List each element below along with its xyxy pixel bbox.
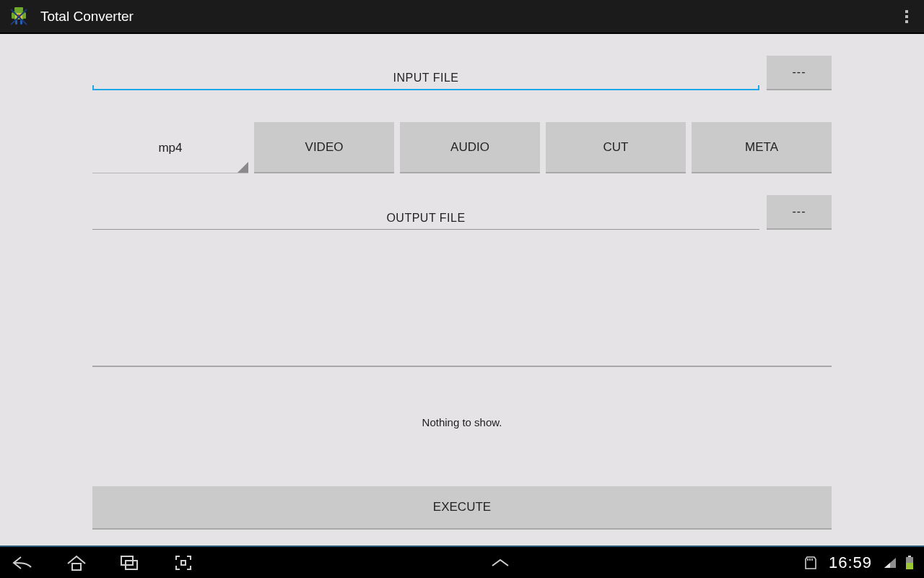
output-file-row: OUTPUT FILE --- — [92, 195, 832, 230]
screen: Total Converter INPUT FILE --- mp4 VIDEO… — [0, 0, 924, 578]
action-bar: Total Converter — [0, 0, 924, 34]
divider — [92, 366, 832, 367]
format-spinner-value: mp4 — [158, 141, 182, 155]
svg-rect-21 — [906, 563, 913, 569]
recent-apps-icon[interactable] — [116, 552, 144, 574]
status-text: Nothing to show. — [92, 416, 832, 428]
overflow-menu-icon[interactable] — [895, 5, 918, 28]
svg-rect-13 — [181, 561, 186, 565]
signal-icon — [882, 552, 898, 574]
svg-rect-0 — [14, 7, 23, 11]
format-tabs-row: mp4 VIDEO AUDIO CUT META — [92, 122, 832, 173]
cut-tab-button[interactable]: CUT — [546, 122, 686, 173]
audio-tab-button[interactable]: AUDIO — [400, 122, 540, 173]
svg-rect-5 — [24, 12, 26, 19]
execute-button[interactable]: EXECUTE — [92, 486, 832, 530]
output-file-field[interactable]: OUTPUT FILE — [92, 212, 759, 230]
app-title: Total Converter — [40, 9, 134, 25]
app-icon — [7, 5, 30, 28]
dropdown-indicator-icon — [237, 162, 248, 173]
svg-rect-4 — [12, 12, 14, 19]
system-nav-bar: 16:59 — [0, 545, 924, 578]
screenshot-icon[interactable] — [169, 552, 198, 574]
input-file-picker-button[interactable]: --- — [767, 56, 832, 90]
output-file-picker-button[interactable]: --- — [767, 195, 832, 230]
meta-tab-button[interactable]: META — [692, 122, 832, 173]
svg-marker-18 — [884, 563, 890, 568]
sd-card-icon — [803, 552, 819, 574]
video-tab-button[interactable]: VIDEO — [254, 122, 394, 173]
status-clock: 16:59 — [829, 553, 872, 572]
battery-icon — [904, 552, 915, 574]
input-file-field[interactable]: INPUT FILE — [92, 72, 759, 90]
back-icon[interactable] — [9, 552, 38, 574]
input-file-row: INPUT FILE --- — [92, 56, 832, 90]
svg-rect-19 — [908, 556, 911, 557]
svg-rect-10 — [72, 564, 81, 570]
home-icon[interactable] — [62, 552, 91, 574]
expand-up-icon[interactable] — [486, 552, 515, 574]
content-area: INPUT FILE --- mp4 VIDEO AUDIO CUT META … — [0, 34, 924, 545]
format-spinner[interactable]: mp4 — [92, 122, 248, 173]
